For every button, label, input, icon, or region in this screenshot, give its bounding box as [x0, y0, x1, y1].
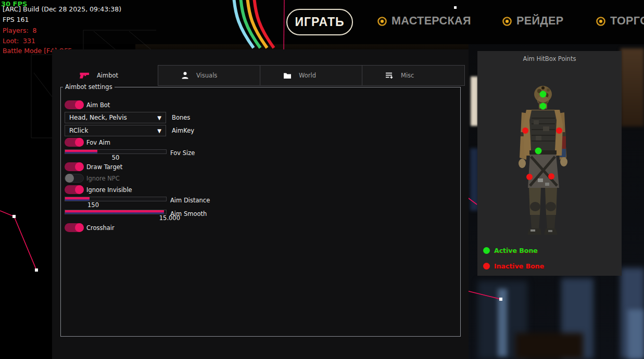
aim-bot-label: Aim Bot — [86, 101, 110, 109]
players-label: Players: 8 — [3, 27, 37, 34]
tab-visuals[interactable]: Visuals — [158, 65, 260, 86]
tab-label: Aimbot — [97, 72, 118, 79]
scene-brown-wall — [621, 48, 644, 126]
tab-misc[interactable]: Misc — [362, 65, 465, 86]
scene-pillar — [498, 289, 507, 356]
draw-target-label: Draw Target — [86, 163, 122, 171]
bones-label: Bones — [172, 114, 190, 121]
aimkey-dropdown[interactable]: RClick ▼ — [65, 125, 166, 136]
menu-item-label: ТОРГО — [610, 15, 644, 28]
fov-aim-label: Fov Aim — [86, 139, 110, 146]
scene-light-strip — [471, 76, 478, 126]
inactive-bone-point[interactable] — [526, 174, 533, 180]
ignore-npc-toggle[interactable] — [65, 174, 84, 183]
menu-item-label: РЕЙДЕР — [516, 15, 564, 28]
play-button[interactable]: ИГРАТЬ — [286, 9, 353, 35]
draw-target-toggle[interactable] — [65, 162, 84, 171]
menu-item-label: МАСТЕРСКАЯ — [392, 15, 471, 28]
aimkey-value: RClick — [69, 127, 88, 134]
aim-bot-toggle[interactable] — [65, 100, 84, 109]
inactive-bone-point[interactable] — [556, 127, 562, 134]
coin-icon — [596, 17, 605, 26]
folder-icon — [283, 72, 292, 79]
cheat-menu-panel: Aimbot Visuals World — [52, 49, 469, 359]
coin-icon — [377, 17, 387, 26]
legend-label: Active Bone — [494, 247, 538, 254]
menu-item-raider[interactable]: РЕЙДЕР — [502, 15, 564, 28]
aim-distance-value: 150 — [65, 201, 122, 209]
ignore-invisible-toggle[interactable] — [65, 185, 84, 194]
person-icon — [181, 71, 189, 80]
aim-smooth-value: 15.000 — [78, 214, 180, 222]
gun-icon — [80, 72, 90, 79]
scene-floor — [515, 333, 583, 359]
fps-label: FPS 161 — [3, 16, 29, 23]
chevron-down-icon: ▼ — [157, 128, 161, 134]
crosshair-toggle[interactable] — [65, 223, 84, 232]
bones-dropdown[interactable]: Head, Neck, Pelvis ▼ — [65, 112, 166, 123]
aimkey-label: AimKey — [172, 127, 194, 134]
ignore-invisible-label: Ignore Invisible — [86, 186, 132, 194]
active-bone-point[interactable] — [535, 148, 542, 155]
aim-distance-slider[interactable] — [65, 197, 167, 201]
playlist-add-icon — [385, 72, 394, 80]
tab-world[interactable]: World — [260, 65, 362, 86]
tab-label: Visuals — [196, 72, 217, 79]
tab-label: World — [299, 72, 316, 79]
legend-label: Inactive Bone — [494, 262, 544, 270]
fov-size-slider[interactable] — [65, 149, 167, 154]
chevron-down-icon: ▼ — [157, 115, 161, 121]
active-bone-dot — [483, 247, 490, 254]
menu-item-trader[interactable]: ТОРГО — [596, 15, 644, 28]
bones-value: Head, Neck, Pelvis — [69, 114, 127, 121]
aim-smooth-label: Aim Smooth — [170, 210, 207, 217]
legend-inactive-bone: Inactive Bone — [483, 262, 544, 270]
inactive-bone-point[interactable] — [522, 127, 528, 134]
aim-distance-label: Aim Distance — [170, 197, 210, 204]
active-bone-point[interactable] — [540, 103, 547, 110]
group-title: Aimbot settings — [63, 83, 115, 91]
menu-item-workshop[interactable]: МАСТЕРСКАЯ — [377, 15, 471, 28]
loot-label: Loot: 331 — [3, 37, 35, 45]
fov-aim-toggle[interactable] — [65, 138, 84, 147]
crosshair-label: Crosshair — [86, 224, 115, 232]
inactive-bone-dot — [483, 263, 490, 270]
tab-aimbot[interactable]: Aimbot — [65, 65, 158, 86]
coin-icon — [502, 17, 512, 26]
aim-hitbox-panel: Aim HitBox Points — [477, 51, 622, 276]
hitbox-panel-title: Aim HitBox Points — [477, 55, 622, 62]
inactive-bone-point[interactable] — [548, 173, 554, 179]
active-bone-point[interactable] — [540, 91, 547, 98]
build-label: [ARC] Build (Dec 28 2025, 09:43:38) — [3, 5, 121, 13]
aim-smooth-slider[interactable] — [65, 210, 167, 214]
fov-size-label: Fov Size — [170, 149, 195, 157]
game-screen: 30 FPS [ARC] Build (Dec 28 2025, 09:43:3… — [0, 0, 644, 359]
legend-active-bone: Active Bone — [483, 247, 538, 254]
tab-label: Misc — [401, 72, 414, 79]
fov-size-value: 50 — [65, 154, 167, 161]
ignore-npc-label: Ignore NPC — [86, 175, 120, 182]
scene-window-glow — [628, 310, 643, 359]
